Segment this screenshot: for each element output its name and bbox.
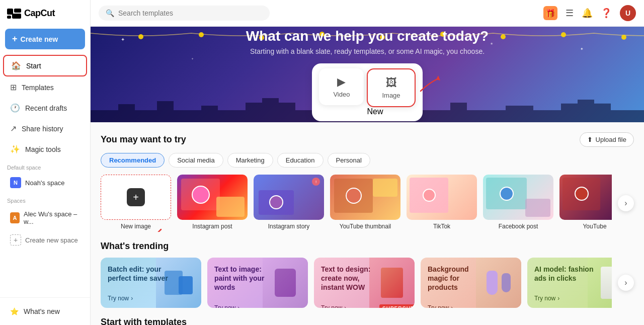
create-new-space[interactable]: + Create new space [3,230,87,250]
sidebar-item-templates[interactable]: ⊞ Templates [3,77,87,97]
alec-space-label: Alec Wu's space – w... [24,210,80,225]
sidebar-item-magic-tools[interactable]: ✨ Magic tools [3,139,87,159]
bell-icon[interactable]: 🔔 [582,8,593,19]
template-card-new-image[interactable]: + New image [101,175,171,230]
sidebar-item-start[interactable]: 🏠 Start [3,55,87,76]
help-icon[interactable]: ❓ [601,8,612,19]
header-icons: 🎁 ☰ 🔔 ❓ U [543,5,636,21]
start-templates-header: Start with templates [101,317,634,325]
sidebar: CapCut + Create new 🏠 Start ⊞ Templates … [0,0,91,325]
noah-space-label: Noah's space [25,179,64,187]
trending-grid: Batch edit: your perfect time saver Try … [101,258,612,308]
image-type-card[interactable]: 🖼 Image [367,68,415,107]
svg-rect-0 [7,9,13,15]
new-image-plus-icon: + [127,188,145,206]
svg-rect-3 [12,14,21,19]
you-may-want-title: You may want to try [101,134,186,145]
svg-point-10 [501,34,506,39]
filter-tab-personal[interactable]: Personal [328,153,370,168]
trending-title-text-design: Text to design: create now, instant WOW [321,265,381,292]
search-input[interactable] [118,9,263,17]
trending-section-header: What's trending [101,241,634,252]
sidebar-bottom: ⭐ What's new [0,297,90,325]
video-type-label: Video [333,91,350,98]
fb-inner2 [525,199,550,217]
try-now-arrow-5: › [557,295,559,302]
trending-card-content-4: Background magic for products Try now › [421,258,495,308]
template-label-instagram-story: Instagram story [268,223,310,230]
trending-card-content-1: Batch edit: your perfect time saver Try … [101,258,175,308]
search-icon: 🔍 [106,9,114,17]
try-now-text-image[interactable]: Try now › [214,304,275,308]
trending-card-background-magic[interactable]: Background magic for products Try now › [421,258,521,308]
sidebar-item-share-history[interactable]: ↗ Share history [3,119,87,138]
logo-text: CapCut [24,8,55,19]
upload-file-label: Upload file [596,136,626,143]
try-now-batch-edit[interactable]: Try now › [108,295,168,302]
gift-icon[interactable]: 🎁 [543,6,557,20]
try-now-background-magic[interactable]: Try now › [428,304,488,308]
tiktok-inner [410,178,448,213]
create-space-icon: + [10,234,21,246]
svg-point-4 [138,34,143,39]
template-card-instagram-post[interactable]: Instagram post [177,175,248,230]
sidebar-item-recent-drafts[interactable]: 🕐 Recent drafts [3,98,87,118]
template-next-button[interactable]: › [618,195,634,211]
trending-next-button[interactable]: › [618,275,634,291]
svg-rect-1 [14,9,21,13]
template-card-tiktok[interactable]: TikTok [407,175,477,230]
filter-tab-social-media[interactable]: Social media [169,153,223,168]
video-type-wrap: ▶ Video [319,68,364,116]
instagram-post-thumb [177,175,248,220]
fb-inner [486,178,527,209]
filter-tabs: Recommended Social media Marketing Educa… [101,153,634,168]
template-card-facebook-post[interactable]: Facebook post [483,175,553,230]
create-new-button[interactable]: + Create new [5,29,85,49]
trending-title-text-image: Text to image: paint with your words [214,265,275,292]
space-item-noah[interactable]: N Noah's space [3,173,87,192]
templates-icon: ⊞ [10,83,17,92]
hero-banner: ✦ ✦ ✦ ★ What can we help you create toda… [91,27,644,122]
image-type-label: Image [382,92,400,99]
trending-card-text-image[interactable]: Text to image: paint with your words Try… [207,258,308,308]
image-arrow-annotation [418,73,446,96]
spaces-label: Spaces [0,193,90,206]
space-item-alec[interactable]: A Alec Wu's space – w... [3,206,87,229]
menu-icon[interactable]: ☰ [566,8,574,19]
magic-icon: ✨ [10,144,20,154]
type-cards-wrapper: ▶ Video 🖼 Image New [312,63,422,121]
try-now-ai-model[interactable]: Try now › [534,295,595,302]
image-icon: 🖼 [386,76,397,90]
trending-card-batch-edit[interactable]: Batch edit: your perfect time saver Try … [101,258,201,308]
template-card-youtube-thumbnail[interactable]: YouTube thumbnail [330,175,400,230]
user-avatar[interactable]: U [620,5,636,21]
filter-tab-education[interactable]: Education [277,153,324,168]
template-label-tiktok: TikTok [433,223,450,230]
trending-card-text-design[interactable]: Text to design: create now, instant WOW … [314,258,415,308]
template-card-youtube[interactable]: YouTube [559,175,612,230]
filter-tab-marketing[interactable]: Marketing [227,153,273,168]
hero-title: What can we help you create today? [246,28,489,44]
trending-card-ai-model[interactable]: AI model: fashion ads in clicks Try now … [527,258,612,308]
tiktok-thumb [407,175,477,220]
template-card-instagram-story[interactable]: ! Instagram story [254,175,324,230]
sidebar-label-share-history: Share history [22,125,63,133]
new-image-arrow [141,227,166,232]
whats-new-icon: ⭐ [10,307,19,315]
try-now-arrow-1: › [131,295,133,302]
try-now-text-design[interactable]: Try now › [321,304,381,308]
search-box[interactable]: 🔍 [99,6,270,21]
whats-new-nav-item[interactable]: ⭐ What's new [3,302,87,320]
svg-rect-2 [7,16,11,19]
upload-file-button[interactable]: ⬆ Upload file [580,132,634,147]
image-type-wrap: 🖼 Image New [367,68,415,116]
new-badge: New [367,107,383,116]
video-type-card[interactable]: ▶ Video [319,68,364,105]
filter-tab-recommended[interactable]: Recommended [101,153,165,168]
star-deco-3: ✦ [191,57,194,60]
trending-title-ai-model: AI model: fashion ads in clicks [534,265,595,283]
svg-point-12 [621,35,626,40]
try-now-arrow-2: › [237,304,239,308]
sidebar-label-templates: Templates [22,84,54,92]
template-label-instagram-post: Instagram post [192,223,232,230]
